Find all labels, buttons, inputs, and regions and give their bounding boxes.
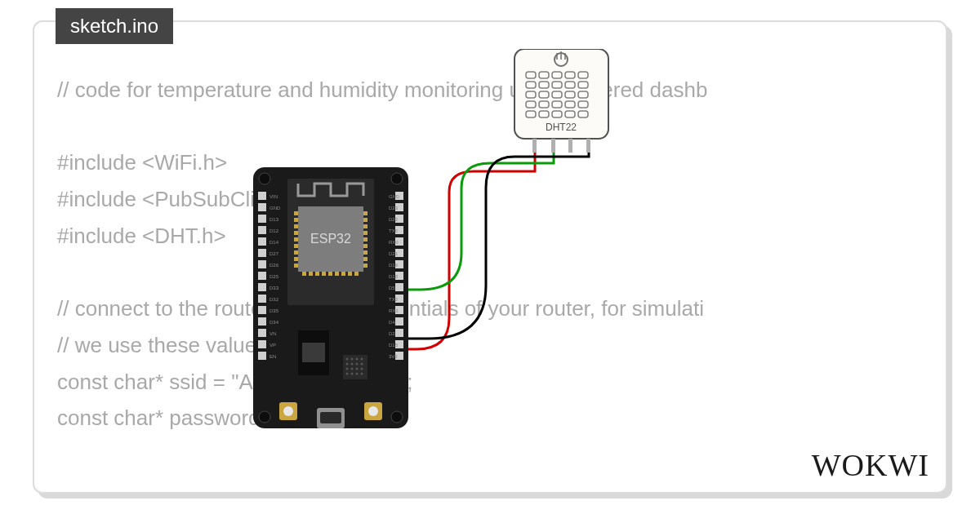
svg-rect-30: [586, 139, 590, 153]
svg-text:D34: D34: [270, 320, 279, 325]
sensor-label-text: DHT22: [546, 122, 577, 133]
wire-green-data: [407, 153, 554, 290]
svg-rect-81: [363, 237, 368, 241]
svg-rect-25: [565, 111, 575, 117]
svg-point-32: [259, 173, 270, 184]
code-line: #include <DHT.h>: [57, 224, 226, 248]
code-line: #include <WiFi.h>: [57, 150, 227, 175]
svg-rect-68: [294, 211, 298, 215]
svg-point-35: [391, 411, 403, 423]
svg-rect-39: [258, 226, 266, 234]
svg-point-113: [361, 373, 363, 375]
svg-point-105: [361, 363, 363, 366]
svg-rect-3: [539, 72, 549, 78]
svg-point-111: [351, 373, 354, 375]
svg-text:D5: D5: [389, 286, 395, 290]
svg-rect-59: [395, 283, 403, 291]
svg-text:RX0: RX0: [389, 240, 399, 245]
svg-rect-78: [363, 218, 368, 222]
svg-rect-96: [302, 343, 325, 362]
svg-text:3V3: 3V3: [389, 354, 398, 359]
svg-rect-85: [363, 264, 368, 268]
svg-text:D15: D15: [389, 343, 399, 348]
svg-rect-24: [552, 111, 562, 117]
wire-red-vcc: [407, 153, 535, 349]
svg-rect-63: [395, 329, 403, 337]
svg-text:VIN: VIN: [270, 194, 278, 199]
svg-rect-87: [309, 272, 313, 276]
svg-text:TX2: TX2: [389, 297, 399, 302]
enable-button[interactable]: [364, 402, 382, 420]
svg-rect-13: [539, 91, 549, 98]
svg-rect-76: [294, 264, 298, 268]
svg-point-99: [351, 358, 354, 361]
svg-rect-16: [578, 91, 588, 98]
svg-text:VN: VN: [270, 331, 276, 336]
svg-rect-45: [258, 295, 266, 303]
svg-point-103: [351, 363, 354, 366]
svg-rect-77: [363, 211, 368, 215]
esp32-board[interactable]: ESP32 GNDD23D22TX0RX0D21D19D18D5TX2RX2D4…: [253, 167, 408, 428]
svg-rect-9: [552, 82, 562, 88]
filename-tab[interactable]: sketch.ino: [56, 8, 173, 44]
code-line: // we use these values: [57, 333, 267, 357]
svg-point-106: [346, 368, 349, 370]
svg-rect-91: [335, 272, 339, 276]
svg-rect-79: [363, 224, 368, 228]
svg-text:GND: GND: [270, 206, 281, 210]
svg-rect-72: [294, 237, 298, 241]
svg-rect-26: [578, 111, 588, 117]
circuit-diagram: DHT22 ESP32: [245, 49, 670, 432]
svg-rect-62: [395, 317, 403, 326]
svg-text:D32: D32: [270, 297, 279, 302]
svg-text:D33: D33: [270, 286, 279, 290]
svg-text:D19: D19: [389, 263, 399, 268]
svg-rect-93: [348, 272, 352, 276]
dht22-sensor[interactable]: DHT22: [514, 49, 608, 153]
svg-rect-88: [315, 272, 319, 276]
svg-rect-73: [294, 244, 298, 248]
svg-text:D21: D21: [389, 251, 399, 256]
svg-rect-50: [258, 352, 266, 360]
svg-point-100: [356, 358, 359, 361]
svg-point-98: [346, 358, 349, 361]
svg-text:D14: D14: [270, 240, 279, 245]
svg-rect-17: [526, 101, 536, 108]
svg-rect-5: [565, 72, 575, 78]
svg-rect-12: [526, 91, 536, 98]
svg-text:D35: D35: [270, 308, 279, 313]
svg-text:RX2: RX2: [389, 308, 399, 313]
svg-rect-18: [539, 101, 549, 108]
svg-rect-27: [532, 139, 537, 153]
svg-text:D23: D23: [389, 206, 399, 210]
svg-rect-94: [354, 272, 359, 276]
svg-text:D12: D12: [270, 228, 279, 233]
svg-rect-37: [258, 203, 266, 211]
svg-rect-22: [526, 111, 536, 117]
svg-text:D27: D27: [270, 251, 279, 256]
boot-button[interactable]: [279, 402, 297, 420]
svg-rect-7: [526, 82, 536, 88]
svg-rect-46: [258, 306, 266, 314]
svg-rect-70: [294, 224, 298, 228]
svg-point-110: [346, 373, 349, 375]
svg-point-109: [361, 368, 363, 370]
svg-rect-2: [526, 72, 536, 78]
wokwi-logo: WOKWI: [812, 447, 929, 483]
svg-rect-36: [258, 192, 266, 200]
svg-text:GND: GND: [389, 194, 400, 199]
svg-rect-14: [552, 91, 562, 98]
logo-text: WOKWI: [812, 448, 929, 482]
svg-text:EN: EN: [270, 354, 276, 359]
svg-rect-4: [552, 72, 562, 78]
svg-rect-90: [328, 272, 332, 276]
wire-black-gnd: [407, 153, 589, 339]
svg-text:TX0: TX0: [389, 228, 399, 233]
svg-point-102: [346, 363, 349, 366]
svg-rect-74: [294, 250, 298, 255]
svg-rect-29: [568, 139, 572, 153]
svg-rect-75: [294, 257, 298, 261]
svg-point-117: [283, 406, 293, 416]
svg-rect-48: [258, 329, 266, 337]
svg-rect-42: [258, 260, 266, 268]
